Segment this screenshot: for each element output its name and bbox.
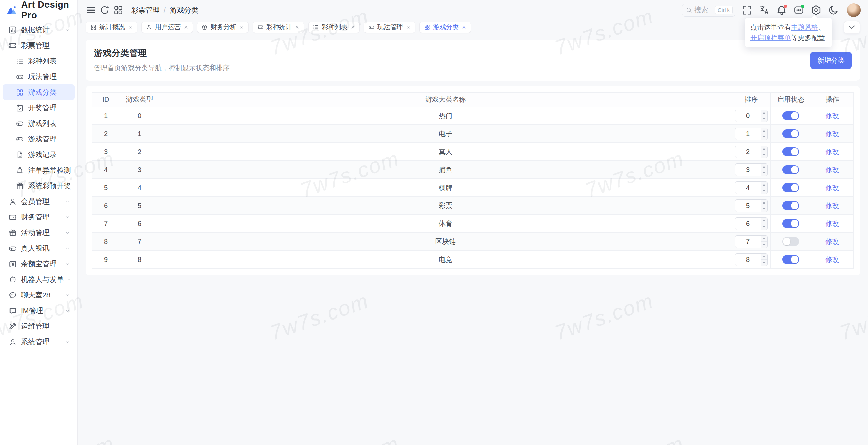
decrement-icon[interactable]: [761, 242, 767, 248]
enable-toggle[interactable]: [782, 237, 799, 246]
sidebar-item-4[interactable]: 游戏分类: [3, 84, 75, 100]
sort-input[interactable]: 7: [735, 235, 768, 248]
edit-link[interactable]: 修改: [826, 184, 839, 191]
increment-icon[interactable]: [761, 254, 767, 260]
increment-icon[interactable]: [761, 182, 767, 188]
enable-toggle[interactable]: [782, 147, 799, 156]
number-spinner[interactable]: [761, 128, 767, 140]
sort-input[interactable]: 1: [735, 128, 768, 140]
chatdot-icon[interactable]: [793, 4, 805, 16]
number-spinner[interactable]: [761, 200, 767, 212]
add-category-button[interactable]: 新增分类: [810, 52, 852, 69]
decrement-icon[interactable]: [761, 134, 767, 140]
number-spinner[interactable]: [761, 218, 767, 230]
increment-icon[interactable]: [761, 218, 767, 224]
sort-input[interactable]: 4: [735, 181, 768, 194]
number-spinner[interactable]: [761, 236, 767, 248]
enable-toggle[interactable]: [782, 255, 799, 264]
theme-style-link[interactable]: 主题风格: [791, 23, 818, 31]
decrement-icon[interactable]: [761, 188, 767, 194]
close-icon[interactable]: [128, 25, 133, 30]
translate-icon[interactable]: [758, 4, 770, 16]
tab-1[interactable]: 用户运营: [141, 22, 193, 33]
sidebar-item-20[interactable]: 系统管理: [3, 334, 75, 350]
tab-5[interactable]: 玩法管理: [364, 22, 415, 33]
increment-icon[interactable]: [761, 200, 767, 206]
close-icon[interactable]: [239, 25, 244, 30]
search-input[interactable]: [694, 6, 713, 14]
decrement-icon[interactable]: [761, 224, 767, 230]
sidebar-item-12[interactable]: 财务管理: [3, 209, 75, 225]
enable-toggle[interactable]: [782, 219, 799, 228]
increment-icon[interactable]: [761, 128, 767, 134]
tab-4[interactable]: 彩种列表: [308, 22, 360, 33]
sort-input[interactable]: 2: [735, 146, 768, 158]
increment-icon[interactable]: [761, 146, 767, 152]
sidebar-item-3[interactable]: 玩法管理: [3, 69, 75, 84]
sort-input[interactable]: 3: [735, 163, 768, 176]
sort-input[interactable]: 5: [735, 199, 768, 212]
edit-link[interactable]: 修改: [826, 130, 839, 137]
apps-grid-button[interactable]: [113, 5, 124, 16]
number-spinner[interactable]: [761, 146, 767, 158]
number-spinner[interactable]: [761, 182, 767, 194]
tab-6[interactable]: 游戏分类: [419, 22, 471, 33]
fullscreen-icon[interactable]: [741, 4, 753, 16]
sidebar-item-0[interactable]: 数据统计: [3, 22, 75, 38]
sort-input[interactable]: 8: [735, 253, 768, 266]
collapse-menu-button[interactable]: [86, 5, 97, 16]
enable-toggle[interactable]: [782, 129, 799, 138]
sidebar-item-2[interactable]: 彩种列表: [3, 53, 75, 69]
decrement-icon[interactable]: [761, 116, 767, 122]
enable-toggle[interactable]: [782, 183, 799, 192]
close-icon[interactable]: [406, 25, 411, 30]
increment-icon[interactable]: [761, 236, 767, 242]
sidebar-item-11[interactable]: 会员管理: [3, 194, 75, 209]
sidebar-item-10[interactable]: 系统彩预开奖: [3, 178, 75, 194]
breadcrumb-parent[interactable]: 彩票管理: [131, 5, 160, 15]
sidebar-item-16[interactable]: 机器人与发单: [3, 272, 75, 287]
sidebar-item-6[interactable]: 游戏列表: [3, 116, 75, 131]
sidebar-item-14[interactable]: 真人视讯: [3, 240, 75, 256]
sort-input[interactable]: 0: [735, 110, 768, 122]
edit-link[interactable]: 修改: [826, 256, 839, 263]
tab-3[interactable]: 彩种统计: [253, 22, 304, 33]
sidebar-item-5[interactable]: 开奖管理: [3, 100, 75, 116]
tab-0[interactable]: 统计概况: [86, 22, 137, 33]
sidebar-item-19[interactable]: 运维管理: [3, 318, 75, 334]
sidebar-item-15[interactable]: 余额宝管理: [3, 256, 75, 272]
bell-icon[interactable]: [776, 4, 787, 16]
sidebar-item-17[interactable]: 聊天室28: [3, 287, 75, 303]
number-spinner[interactable]: [761, 110, 767, 122]
top-menu-link[interactable]: 开启顶栏菜单: [750, 34, 791, 41]
sidebar-item-8[interactable]: 游戏记录: [3, 147, 75, 162]
edit-link[interactable]: 修改: [826, 166, 839, 173]
number-spinner[interactable]: [761, 254, 767, 266]
search-box[interactable]: Ctrl k: [682, 4, 735, 17]
avatar[interactable]: [847, 3, 861, 17]
increment-icon[interactable]: [761, 164, 767, 170]
close-icon[interactable]: [461, 25, 467, 30]
moon-icon[interactable]: [828, 4, 839, 16]
sort-input[interactable]: 6: [735, 217, 768, 230]
sidebar-item-13[interactable]: 活动管理: [3, 225, 75, 240]
tab-2[interactable]: 财务分析: [197, 22, 249, 33]
settings-icon[interactable]: [810, 4, 822, 16]
decrement-icon[interactable]: [761, 170, 767, 176]
sidebar-item-7[interactable]: 游戏管理: [3, 131, 75, 147]
tab-overflow-button[interactable]: [844, 21, 860, 34]
edit-link[interactable]: 修改: [826, 112, 839, 119]
enable-toggle[interactable]: [782, 201, 799, 210]
close-icon[interactable]: [350, 25, 355, 30]
close-icon[interactable]: [295, 25, 300, 30]
enable-toggle[interactable]: [782, 111, 799, 120]
enable-toggle[interactable]: [782, 165, 799, 174]
decrement-icon[interactable]: [761, 152, 767, 158]
edit-link[interactable]: 修改: [826, 220, 839, 227]
refresh-button[interactable]: [99, 5, 110, 16]
sidebar-item-18[interactable]: IM管理: [3, 303, 75, 318]
decrement-icon[interactable]: [761, 260, 767, 266]
number-spinner[interactable]: [761, 164, 767, 176]
increment-icon[interactable]: [761, 110, 767, 116]
edit-link[interactable]: 修改: [826, 238, 839, 245]
